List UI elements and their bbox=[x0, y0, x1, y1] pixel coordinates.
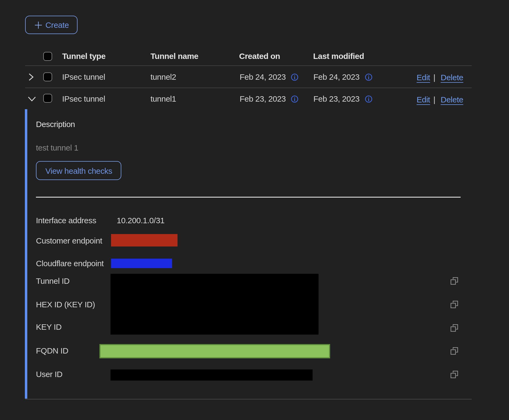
svg-text:i: i bbox=[294, 96, 296, 102]
svg-text:i: i bbox=[294, 74, 296, 80]
svg-text:i: i bbox=[368, 96, 370, 102]
svg-text:i: i bbox=[368, 74, 370, 80]
